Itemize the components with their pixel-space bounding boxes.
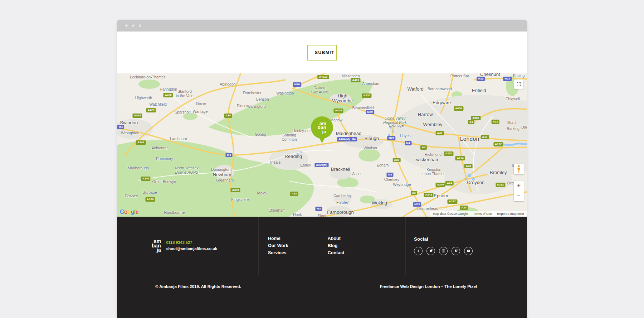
- browser-chrome-bar: [117, 20, 527, 32]
- road-badge: M4: [350, 137, 357, 141]
- form-section: SUBMIT: [117, 32, 527, 73]
- footer-contact-column: ambanja 0118 9343 527 shoot@ambanjafilms…: [117, 217, 259, 275]
- map-attribution: Map data ©2019 Google Terms of Use Repor…: [430, 211, 527, 217]
- road-badge: A4: [420, 145, 427, 150]
- street-view-pegman[interactable]: [514, 164, 524, 174]
- instagram-icon[interactable]: [439, 247, 448, 255]
- footer-nav-secondary: AboutBlogContact: [328, 235, 345, 256]
- footer-nav-link[interactable]: Home: [268, 235, 288, 242]
- vimeo-icon[interactable]: [452, 247, 460, 255]
- phone-link[interactable]: 0118 9343 527: [166, 240, 217, 246]
- email-link[interactable]: shoot@ambanjafilms.co.uk: [166, 246, 217, 252]
- road-badge: A329(M): [314, 163, 328, 167]
- google-logo-letter: g: [131, 209, 134, 215]
- road-badge: M4: [405, 141, 411, 145]
- road-badge: A24: [445, 181, 454, 186]
- road-badge: M25: [387, 136, 396, 140]
- twitter-icon[interactable]: [426, 247, 435, 255]
- logo-line: ja: [157, 248, 161, 252]
- road-badge: A240: [436, 183, 445, 187]
- road-badge: M25: [413, 202, 421, 207]
- facebook-icon[interactable]: [414, 247, 423, 255]
- road-badge: A346: [141, 177, 151, 181]
- copyright-text: © Ambanja Films 2019. All Rights Reserve…: [155, 284, 241, 318]
- map-badges: M4A419A420A420A34A346A346A338M4A339A33A3…: [117, 73, 527, 217]
- road-badge: A420: [146, 108, 156, 112]
- footer-nav-column: HomeOur WorkServices AboutBlogContact: [259, 217, 406, 275]
- road-badge: A355: [362, 93, 371, 98]
- road-badge: M4: [225, 153, 232, 157]
- road-badge: A503: [471, 116, 480, 120]
- marker-logo: ambanja: [318, 121, 327, 134]
- zoom-in-button[interactable]: +: [514, 181, 524, 191]
- footer-nav-link[interactable]: About: [328, 235, 345, 242]
- google-logo[interactable]: Google: [120, 209, 138, 215]
- browser-window: SUBMIT: [117, 20, 527, 318]
- location-marker[interactable]: ambanja: [311, 116, 333, 139]
- road-badge: A217: [448, 199, 457, 204]
- road-badge: A23: [460, 206, 468, 210]
- window-control-dot[interactable]: [125, 24, 128, 27]
- road-badge: M25: [477, 77, 485, 81]
- road-badge: A404: [333, 109, 343, 113]
- footer: ambanja 0118 9343 527 shoot@ambanjafilms…: [117, 217, 527, 275]
- road-badge: M3: [387, 173, 394, 177]
- road-badge: A205: [444, 151, 454, 156]
- social-heading: Social: [414, 236, 473, 242]
- footer-nav-link[interactable]: Contact: [328, 249, 345, 256]
- social-icons-row: [414, 247, 473, 255]
- road-badge: A33: [290, 192, 298, 196]
- road-badge: A4010: [318, 75, 329, 79]
- road-badge: M3: [315, 207, 322, 211]
- road-badge: A12: [491, 120, 499, 124]
- google-map[interactable]: Lechlade-on-ThamesFaringdonStanford in t…: [117, 73, 527, 217]
- road-badge: A1: [468, 120, 474, 124]
- road-badge: A338: [145, 197, 155, 202]
- road-badge: A232: [496, 183, 505, 187]
- logo-line: ja: [322, 130, 326, 134]
- google-logo-letter: e: [136, 209, 138, 215]
- google-logo-letter: o: [124, 209, 127, 215]
- road-badge: A243: [424, 193, 433, 197]
- footer-logo[interactable]: ambanja: [152, 239, 161, 252]
- footer-social-column: Social: [406, 217, 527, 275]
- footer-nav-link[interactable]: Blog: [328, 242, 345, 249]
- google-logo-letter: o: [127, 209, 131, 215]
- road-badge: A3: [411, 191, 417, 195]
- road-badge: A420: [164, 93, 173, 97]
- road-badge: A419: [133, 114, 142, 118]
- road-badge: A23: [464, 164, 473, 168]
- road-badge: A40: [436, 131, 444, 135]
- map-data-text: Map data ©2019 Google: [433, 212, 468, 216]
- terms-of-use-link[interactable]: Terms of Use: [473, 212, 492, 216]
- footer-nav-link[interactable]: Services: [268, 249, 288, 256]
- fullscreen-button[interactable]: [514, 80, 523, 89]
- road-badge: A30: [392, 158, 401, 162]
- road-badge: A13: [481, 135, 489, 139]
- road-badge: M40: [293, 82, 301, 87]
- road-badge: A413: [351, 78, 360, 82]
- window-control-dot[interactable]: [132, 24, 135, 27]
- credit-link[interactable]: Freelance Web Design London – The Lonely…: [380, 284, 477, 318]
- report-map-error-link[interactable]: Report a map error: [497, 212, 524, 216]
- zoom-out-button[interactable]: −: [514, 191, 524, 201]
- road-badge: A102: [493, 142, 503, 146]
- footer-nav-link[interactable]: Our Work: [268, 242, 288, 249]
- road-badge: M4: [117, 125, 124, 129]
- road-badge: A404(M): [337, 137, 351, 141]
- pegman-icon: [516, 165, 521, 173]
- road-badge: A346: [136, 140, 146, 145]
- copyright-bar: © Ambanja Films 2019. All Rights Reserve…: [117, 275, 527, 318]
- zoom-control: + −: [514, 181, 524, 201]
- fullscreen-icon: [516, 82, 521, 87]
- footer-nav-primary: HomeOur WorkServices: [268, 235, 288, 256]
- youtube-icon[interactable]: [464, 247, 473, 255]
- road-badge: M25: [503, 77, 512, 81]
- road-badge: M40: [366, 110, 374, 114]
- submit-button[interactable]: SUBMIT: [307, 45, 337, 61]
- road-badge: A214: [455, 156, 465, 160]
- window-control-dot[interactable]: [138, 24, 142, 27]
- road-badge: A339: [231, 188, 240, 192]
- road-badge: A34: [224, 114, 232, 118]
- google-logo-letter: G: [120, 209, 124, 215]
